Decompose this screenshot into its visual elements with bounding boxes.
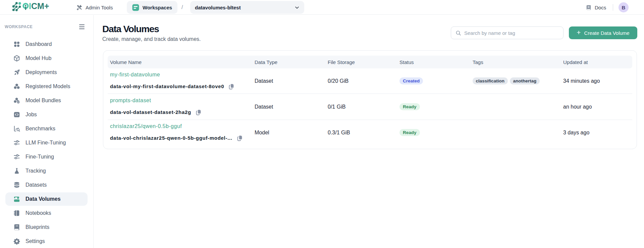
svg-text:I: I bbox=[29, 1, 31, 11]
svg-text:CM+: CM+ bbox=[31, 1, 49, 11]
